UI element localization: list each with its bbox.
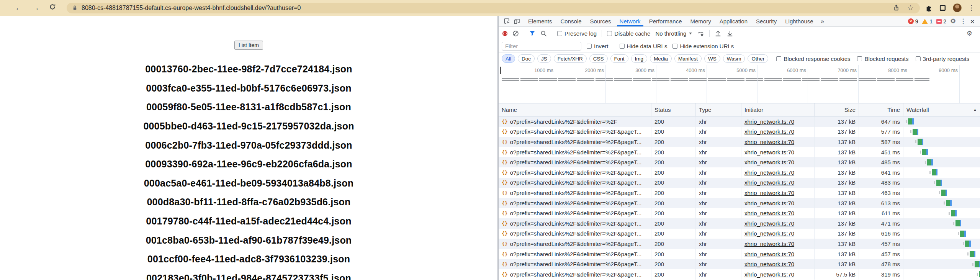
browser-menu-icon[interactable]: ⋮: [968, 4, 975, 12]
device-toolbar-icon[interactable]: [512, 17, 522, 26]
export-har-icon[interactable]: [726, 30, 733, 37]
column-header-waterfall[interactable]: Waterfall▲: [903, 103, 980, 116]
filter-chip-doc[interactable]: Doc: [518, 54, 535, 63]
filter-input[interactable]: [502, 42, 581, 51]
column-header-name[interactable]: Name: [499, 103, 651, 116]
tab-sources[interactable]: Sources: [586, 16, 615, 26]
table-row[interactable]: {}o?prefix=sharedLinks%2F&delimiter=%2F&…: [499, 188, 980, 198]
filter-chip-wasm[interactable]: Wasm: [723, 54, 745, 63]
request-name-cell[interactable]: {}o?prefix=sharedLinks%2F&delimiter=%2F&…: [499, 259, 651, 269]
devtools-menu-icon[interactable]: ⋮: [960, 17, 966, 25]
side-panel-icon[interactable]: [939, 4, 946, 11]
request-initiator-link[interactable]: xhrio_network.ts:70: [744, 128, 794, 135]
request-initiator-link[interactable]: xhrio_network.ts:70: [744, 241, 794, 247]
table-row[interactable]: {}o?prefix=sharedLinks%2F&delimiter=%2F&…: [499, 167, 980, 178]
request-initiator-link[interactable]: xhrio_network.ts:70: [744, 220, 794, 227]
filter-chip-font[interactable]: Font: [610, 54, 628, 63]
table-row[interactable]: {}o?prefix=sharedLinks%2F&delimiter=%2F&…: [499, 269, 980, 280]
table-row[interactable]: {}o?prefix=sharedLinks%2F&delimiter=%2F&…: [499, 178, 980, 188]
invert-checkbox[interactable]: Invert: [587, 43, 609, 49]
waterfall-cell[interactable]: [903, 218, 980, 229]
waterfall-cell[interactable]: [903, 259, 980, 269]
table-row[interactable]: {}o?prefix=sharedLinks%2F&delimiter=%2F&…: [499, 157, 980, 167]
request-initiator-link[interactable]: xhrio_network.ts:70: [744, 271, 794, 278]
close-devtools-icon[interactable]: ×: [970, 18, 975, 25]
back-icon[interactable]: ←: [13, 3, 25, 12]
request-name-cell[interactable]: {}o?prefix=sharedLinks%2F&delimiter=%2F&…: [499, 218, 651, 229]
warning-badge[interactable]: 1: [922, 18, 933, 25]
tab-elements[interactable]: Elements: [524, 16, 556, 26]
request-name-cell[interactable]: {}o?prefix=sharedLinks%2F&delimiter=%2F&…: [499, 208, 651, 218]
request-initiator-link[interactable]: xhrio_network.ts:70: [744, 200, 794, 206]
hide-extension-urls-checkbox[interactable]: Hide extension URLs: [672, 43, 734, 49]
filter-chip-img[interactable]: Img: [631, 54, 648, 63]
table-row[interactable]: {}o?prefix=sharedLinks%2F&delimiter=%2F&…: [499, 218, 980, 229]
waterfall-cell[interactable]: [903, 198, 980, 208]
request-name-cell[interactable]: {}o?prefix=sharedLinks%2F&delimiter=%2F&…: [499, 198, 651, 208]
tab-memory[interactable]: Memory: [686, 16, 715, 26]
request-initiator-link[interactable]: xhrio_network.ts:70: [744, 251, 794, 257]
throttling-dropdown[interactable]: No throttling: [655, 30, 692, 37]
column-header-size[interactable]: Size: [815, 103, 859, 116]
waterfall-cell[interactable]: [903, 178, 980, 188]
table-row[interactable]: {}o?prefix=sharedLinks%2F&delimiter=%2F&…: [499, 127, 980, 137]
column-header-initiator[interactable]: Initiator: [741, 103, 815, 116]
3rd-party-requests-checkbox[interactable]: 3rd-party requests: [916, 56, 970, 62]
table-row[interactable]: {}o?prefix=sharedLinks%2F&delimiter=%2F&…: [499, 208, 980, 218]
forward-icon[interactable]: →: [30, 3, 41, 12]
share-icon[interactable]: [893, 5, 900, 11]
settings-gear-icon[interactable]: ⚙: [950, 18, 956, 25]
waterfall-cell[interactable]: [903, 116, 980, 127]
preserve-log-checkbox[interactable]: Preserve log: [557, 30, 597, 37]
waterfall-cell[interactable]: [903, 208, 980, 218]
waterfall-cell[interactable]: [903, 157, 980, 167]
request-name-cell[interactable]: {}o?prefix=sharedLinks%2F&delimiter=%2F&…: [499, 147, 651, 157]
list-item-button[interactable]: List Item: [234, 41, 263, 50]
request-name-cell[interactable]: {}o?prefix=sharedLinks%2F&delimiter=%2F: [499, 116, 651, 127]
waterfall-cell[interactable]: [903, 249, 980, 259]
profile-avatar[interactable]: [953, 3, 962, 12]
request-name-cell[interactable]: {}o?prefix=sharedLinks%2F&delimiter=%2F&…: [499, 167, 651, 178]
table-row[interactable]: {}o?prefix=sharedLinks%2F&delimiter=%2F&…: [499, 249, 980, 259]
request-name-cell[interactable]: {}o?prefix=sharedLinks%2F&delimiter=%2F&…: [499, 157, 651, 167]
network-settings-gear-icon[interactable]: ⚙: [967, 30, 976, 37]
table-row[interactable]: {}o?prefix=sharedLinks%2F&delimiter=%2F&…: [499, 137, 980, 147]
tab-application[interactable]: Application: [715, 16, 752, 26]
blocked-requests-checkbox[interactable]: Blocked requests: [857, 56, 908, 62]
import-har-icon[interactable]: [715, 30, 722, 37]
waterfall-cell[interactable]: [903, 188, 980, 198]
waterfall-cell[interactable]: [903, 137, 980, 147]
table-row[interactable]: {}o?prefix=sharedLinks%2F&delimiter=%2F&…: [499, 259, 980, 269]
filter-chip-ws[interactable]: WS: [704, 54, 720, 63]
waterfall-cell[interactable]: [903, 127, 980, 137]
request-initiator-link[interactable]: xhrio_network.ts:70: [744, 118, 794, 125]
column-header-time[interactable]: Time: [859, 103, 903, 116]
filter-chip-css[interactable]: CSS: [589, 54, 608, 63]
table-row[interactable]: {}o?prefix=sharedLinks%2F&delimiter=%2F&…: [499, 147, 980, 157]
request-initiator-link[interactable]: xhrio_network.ts:70: [744, 139, 794, 145]
address-bar[interactable]: 8080-cs-48818787155-default.cs-europe-we…: [67, 3, 920, 13]
table-row[interactable]: {}o?prefix=sharedLinks%2F&delimiter=%2F&…: [499, 198, 980, 208]
record-icon[interactable]: [502, 31, 507, 36]
request-initiator-link[interactable]: xhrio_network.ts:70: [744, 179, 794, 186]
request-name-cell[interactable]: {}o?prefix=sharedLinks%2F&delimiter=%2F&…: [499, 127, 651, 137]
error-badge[interactable]: ×9: [908, 18, 918, 25]
request-name-cell[interactable]: {}o?prefix=sharedLinks%2F&delimiter=%2F&…: [499, 249, 651, 259]
filter-chip-manifest[interactable]: Manifest: [674, 54, 702, 63]
blocked-response-cookies-checkbox[interactable]: Blocked response cookies: [776, 56, 850, 62]
table-row[interactable]: {}o?prefix=sharedLinks%2F&delimiter=%2F&…: [499, 239, 980, 249]
waterfall-cell[interactable]: [903, 229, 980, 239]
bookmark-star-icon[interactable]: ☆: [907, 3, 914, 12]
tab-security[interactable]: Security: [752, 16, 781, 26]
extensions-puzzle-icon[interactable]: [925, 4, 933, 11]
tab-network[interactable]: Network: [615, 16, 645, 26]
table-row[interactable]: {}o?prefix=sharedLinks%2F&delimiter=%2F2…: [499, 116, 980, 127]
tab-console[interactable]: Console: [556, 16, 586, 26]
waterfall-cell[interactable]: [903, 147, 980, 157]
request-initiator-link[interactable]: xhrio_network.ts:70: [744, 261, 794, 267]
request-name-cell[interactable]: {}o?prefix=sharedLinks%2F&delimiter=%2F&…: [499, 178, 651, 188]
column-header-type[interactable]: Type: [696, 103, 741, 116]
disable-cache-checkbox[interactable]: Disable cache: [607, 30, 650, 37]
request-name-cell[interactable]: {}o?prefix=sharedLinks%2F&delimiter=%2F&…: [499, 239, 651, 249]
table-row[interactable]: {}o?prefix=sharedLinks%2F&delimiter=%2F&…: [499, 229, 980, 239]
